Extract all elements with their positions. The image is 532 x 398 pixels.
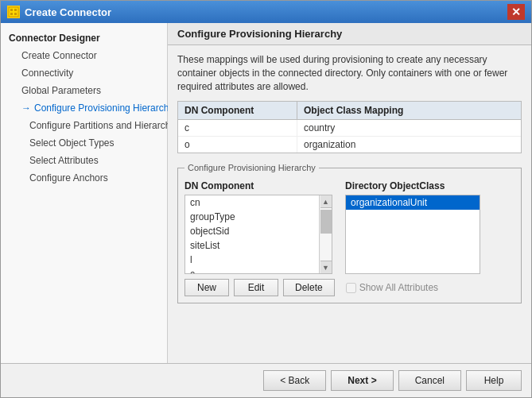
arrow-icon: → [21, 102, 31, 114]
scroll-down-btn[interactable]: ▼ [320, 261, 332, 273]
title-bar-left: Create Connector [7, 6, 111, 18]
next-button[interactable]: Next > [331, 370, 393, 391]
list-item[interactable]: groupType [185, 210, 319, 224]
dir-list-item-ou[interactable]: organizationalUnit [346, 195, 480, 210]
dn-list-with-scroll: cn groupType objectSid siteList l c ou ▲ [184, 195, 332, 274]
panel-header: Configure Provisioning Hierarchy [168, 23, 531, 45]
dn-scrollbar[interactable]: ▲ ▼ [319, 195, 332, 273]
cancel-button[interactable]: Cancel [398, 370, 461, 391]
svg-rect-0 [9, 7, 18, 17]
dir-col-label: Directory ObjectClass [345, 180, 480, 191]
configure-columns: DN Component cn groupType objectSid site… [184, 180, 515, 274]
svg-rect-3 [10, 13, 13, 15]
show-all-label: Show All Attributes [346, 282, 438, 293]
sidebar-item-select-attributes[interactable]: Select Attributes [1, 152, 167, 169]
col-dn-component: DN Component [178, 102, 297, 119]
dir-objectclass-col: Directory ObjectClass organizationalUnit [345, 180, 480, 274]
delete-button[interactable]: Delete [283, 279, 335, 296]
list-item[interactable]: l [185, 253, 319, 267]
scroll-thumb[interactable] [320, 210, 332, 234]
show-all-checkbox[interactable] [346, 283, 356, 293]
back-button[interactable]: < Back [263, 370, 326, 391]
sidebar-item-create-connector[interactable]: Create Connector [1, 47, 167, 64]
dn-mapping-table: DN Component Object Class Mapping c coun… [177, 101, 522, 153]
sidebar: Connector Designer Create Connector Conn… [1, 23, 168, 363]
col-object-class: Object Class Mapping [297, 102, 521, 119]
window-title: Create Connector [25, 6, 111, 18]
sidebar-item-global-parameters[interactable]: Global Parameters [1, 82, 167, 99]
configure-section: Configure Provisioning Hierarchy DN Comp… [177, 163, 522, 303]
table-row: o organization [178, 137, 521, 153]
configure-button-row: New Edit Delete Show All Attributes [184, 279, 515, 296]
dn-col-label: DN Component [184, 180, 332, 191]
window: Create Connector ✕ Connector Designer Cr… [0, 0, 532, 398]
svg-rect-2 [14, 9, 17, 11]
close-button[interactable]: ✕ [507, 4, 525, 20]
dn-component-col: DN Component cn groupType objectSid site… [184, 180, 332, 274]
bottom-bar: < Back Next > Cancel Help [1, 363, 531, 397]
list-item[interactable]: siteList [185, 238, 319, 253]
new-button[interactable]: New [184, 279, 229, 296]
mapping-value-org: organization [297, 137, 521, 153]
sidebar-header: Connector Designer [1, 29, 167, 47]
info-text: These mappings will be used during provi… [177, 53, 522, 93]
svg-rect-1 [10, 9, 13, 11]
list-item[interactable]: objectSid [185, 224, 319, 238]
svg-rect-4 [14, 13, 17, 15]
mapping-value-country: country [297, 120, 521, 136]
sidebar-item-configure-anchors[interactable]: Configure Anchors [1, 169, 167, 187]
sidebar-item-select-object-types[interactable]: Select Object Types [1, 134, 167, 152]
configure-legend-label: Configure Provisioning Hierarchy [184, 163, 319, 172]
sidebar-item-connectivity[interactable]: Connectivity [1, 64, 167, 82]
dn-value-c: c [178, 120, 297, 136]
sidebar-item-configure-provisioning[interactable]: →Configure Provisioning Hierarchy [1, 99, 167, 117]
dir-list-box: organizationalUnit [345, 195, 480, 274]
show-all-text: Show All Attributes [359, 282, 438, 293]
table-row: c country [178, 120, 521, 137]
title-bar: Create Connector ✕ [1, 1, 531, 23]
main-content: Connector Designer Create Connector Conn… [1, 23, 531, 363]
table-header-row: DN Component Object Class Mapping [178, 102, 521, 120]
app-icon [7, 6, 20, 18]
dn-value-o: o [178, 137, 297, 153]
right-panel: Configure Provisioning Hierarchy These m… [168, 23, 531, 363]
list-item[interactable]: c [185, 267, 319, 273]
edit-button[interactable]: Edit [234, 279, 278, 296]
scroll-track [320, 208, 332, 261]
dn-list-inner: cn groupType objectSid siteList l c ou [185, 195, 319, 273]
sidebar-item-configure-partitions[interactable]: Configure Partitions and Hierarchies [1, 117, 167, 134]
list-item[interactable]: cn [185, 195, 319, 210]
help-button[interactable]: Help [466, 370, 522, 391]
scroll-up-btn[interactable]: ▲ [320, 195, 332, 208]
panel-body: These mappings will be used during provi… [168, 45, 531, 363]
